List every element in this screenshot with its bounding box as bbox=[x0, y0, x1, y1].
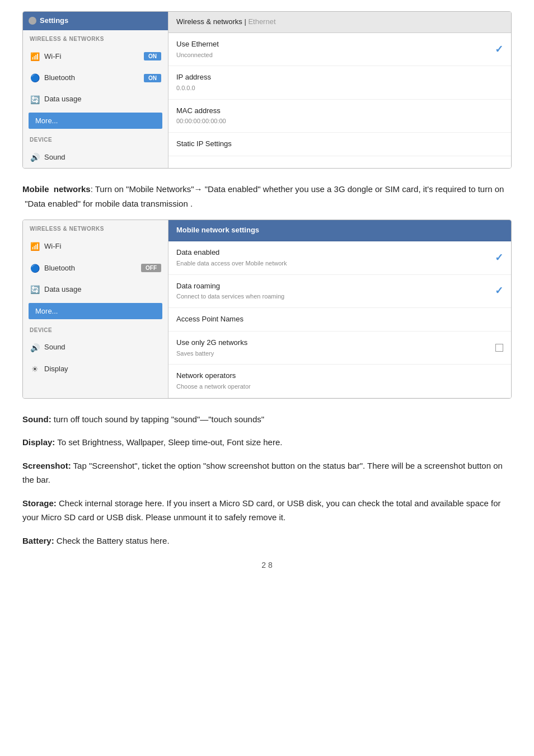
sound-icon: 🔊 bbox=[30, 151, 40, 164]
2g-checkbox[interactable] bbox=[495, 344, 503, 352]
bluetooth-label-2: Bluetooth bbox=[44, 263, 137, 274]
mac-title: MAC address bbox=[176, 105, 226, 117]
device-section-label: DEVICE bbox=[23, 131, 168, 147]
wifi-icon: 📶 bbox=[30, 50, 40, 63]
right-header-1: Wireless & networks | Ethernet bbox=[168, 12, 511, 33]
display-item[interactable]: ☀ Display bbox=[23, 358, 168, 380]
ethernet-check: ✓ bbox=[495, 41, 503, 58]
wifi-icon-2: 📶 bbox=[30, 240, 40, 253]
storage-text: Check internal storage here. If you inse… bbox=[22, 498, 501, 522]
tab-ethernet[interactable]: Ethernet bbox=[248, 17, 275, 26]
display-label-body: Display: bbox=[22, 437, 55, 447]
static-ip-title: Static IP Settings bbox=[176, 138, 232, 150]
battery-text: Check the Battery status here. bbox=[54, 536, 170, 545]
settings-panel-1: Settings WIRELESS & NETWORKS 📶 Wi-Fi ON … bbox=[22, 11, 512, 169]
wifi-label-2: Wi-Fi bbox=[44, 241, 161, 253]
data-usage-label-2: Data usage bbox=[44, 284, 161, 296]
2g-networks-item: Use only 2G networks Saves battery bbox=[168, 332, 511, 365]
ethernet-title: Use Ethernet bbox=[176, 39, 219, 50]
settings-left-panel-1: Settings WIRELESS & NETWORKS 📶 Wi-Fi ON … bbox=[23, 12, 168, 168]
display-label: Display bbox=[44, 363, 161, 375]
data-roaming-check: ✓ bbox=[495, 283, 503, 299]
static-ip-item: Static IP Settings bbox=[168, 133, 511, 156]
wireless-section-label-2: WIRELESS & NETWORKS bbox=[23, 220, 168, 236]
settings-left-panel-2: WIRELESS & NETWORKS 📶 Wi-Fi 🔵 Bluetooth … bbox=[23, 220, 168, 398]
network-operators-title: Network operators bbox=[176, 370, 251, 382]
network-operators-item: Network operators Choose a network opera… bbox=[168, 365, 511, 398]
storage-paragraph: Storage: Check internal storage here. If… bbox=[22, 496, 512, 525]
display-text: To set Brightness, Wallpaper, Sleep time… bbox=[55, 437, 282, 447]
bluetooth-toggle-2[interactable]: OFF bbox=[141, 264, 161, 272]
network-operators-sub: Choose a network operator bbox=[176, 382, 251, 392]
data-usage-label: Data usage bbox=[44, 94, 161, 105]
battery-paragraph: Battery: Check the Battery status here. bbox=[22, 534, 512, 548]
screenshot-paragraph: Screenshot: Tap "Screenshot", ticket the… bbox=[22, 459, 512, 487]
sound-icon-2: 🔊 bbox=[30, 342, 40, 354]
device-section-label-2: DEVICE bbox=[23, 321, 168, 337]
bluetooth-item[interactable]: 🔵 Bluetooth ON bbox=[23, 67, 168, 88]
display-paragraph: Display: To set Brightness, Wallpaper, S… bbox=[22, 435, 512, 450]
2g-title: Use only 2G networks bbox=[176, 337, 247, 349]
data-usage-icon-2: 🔄 bbox=[30, 283, 40, 296]
settings-right-panel-2: Mobile network settings Data enabled Ena… bbox=[168, 220, 511, 398]
bluetooth-item-2[interactable]: 🔵 Bluetooth OFF bbox=[23, 258, 168, 279]
titlebar-icon bbox=[29, 17, 36, 25]
page-number: 2 8 bbox=[22, 559, 512, 571]
mobile-network-header: Mobile network settings bbox=[168, 220, 511, 241]
wifi-item[interactable]: 📶 Wi-Fi ON bbox=[23, 46, 168, 67]
storage-label-body: Storage: bbox=[22, 498, 57, 508]
wifi-label: Wi-Fi bbox=[44, 51, 139, 63]
mobile-networks-text: Mobile networks: Turn on "Mobile Network… bbox=[22, 182, 512, 211]
titlebar-title: Settings bbox=[40, 15, 68, 27]
ip-address-item: IP address 0.0.0.0 bbox=[168, 66, 511, 99]
bluetooth-label: Bluetooth bbox=[44, 72, 139, 84]
sound-item-2[interactable]: 🔊 Sound bbox=[23, 337, 168, 358]
ethernet-item: Use Ethernet Unconnected ✓ bbox=[168, 33, 511, 66]
sound-text: turn off touch sound by tapping "sound"—… bbox=[51, 414, 264, 424]
data-roaming-title: Data roaming bbox=[176, 281, 284, 292]
bluetooth-toggle[interactable]: ON bbox=[144, 74, 161, 82]
battery-label-body: Battery: bbox=[22, 536, 54, 545]
mac-sub: 00:00:00:00:00:00 bbox=[176, 116, 226, 127]
screenshot-text: Tap "Screenshot", ticket the option "sho… bbox=[22, 461, 503, 485]
more-button-2[interactable]: More... bbox=[29, 303, 162, 319]
bluetooth-icon: 🔵 bbox=[30, 72, 40, 84]
apn-item: Access Point Names bbox=[168, 308, 511, 332]
data-enabled-title: Data enabled bbox=[176, 247, 287, 259]
more-button[interactable]: More... bbox=[29, 113, 162, 129]
sound-label-body: Sound: bbox=[22, 414, 51, 424]
settings-right-panel-1: Wireless & networks | Ethernet Use Ether… bbox=[168, 12, 511, 168]
2g-sub: Saves battery bbox=[176, 349, 247, 359]
bluetooth-icon-2: 🔵 bbox=[30, 262, 40, 274]
settings-panel-2: WIRELESS & NETWORKS 📶 Wi-Fi 🔵 Bluetooth … bbox=[22, 220, 512, 398]
data-usage-icon: 🔄 bbox=[30, 94, 40, 106]
sound-item[interactable]: 🔊 Sound bbox=[23, 147, 168, 168]
settings-titlebar: Settings bbox=[23, 12, 168, 30]
sound-label-2: Sound bbox=[44, 342, 161, 353]
data-usage-item[interactable]: 🔄 Data usage bbox=[23, 89, 168, 110]
data-enabled-sub: Enable data access over Mobile network bbox=[176, 259, 287, 269]
sound-label: Sound bbox=[44, 152, 161, 164]
data-roaming-item: Data roaming Connect to data services wh… bbox=[168, 275, 511, 308]
ip-title: IP address bbox=[176, 72, 211, 83]
data-enabled-item: Data enabled Enable data access over Mob… bbox=[168, 241, 511, 274]
ethernet-sub: Unconnected bbox=[176, 50, 219, 60]
wifi-item-2[interactable]: 📶 Wi-Fi bbox=[23, 236, 168, 257]
tab-wireless[interactable]: Wireless & networks bbox=[176, 17, 242, 26]
mobile-networks-label: Mobile networks bbox=[22, 184, 91, 194]
wireless-section-label: WIRELESS & NETWORKS bbox=[23, 30, 168, 46]
sound-paragraph: Sound: turn off touch sound by tapping "… bbox=[22, 412, 512, 427]
data-roaming-sub: Connect to data services when roaming bbox=[176, 292, 284, 302]
wifi-toggle[interactable]: ON bbox=[144, 52, 161, 60]
data-usage-item-2[interactable]: 🔄 Data usage bbox=[23, 279, 168, 300]
screenshot-label-body: Screenshot: bbox=[22, 461, 71, 470]
apn-title: Access Point Names bbox=[176, 314, 243, 325]
mac-address-item: MAC address 00:00:00:00:00:00 bbox=[168, 100, 511, 133]
display-icon: ☀ bbox=[30, 363, 40, 375]
ip-sub: 0.0.0.0 bbox=[176, 83, 211, 94]
data-enabled-check: ✓ bbox=[495, 250, 503, 266]
